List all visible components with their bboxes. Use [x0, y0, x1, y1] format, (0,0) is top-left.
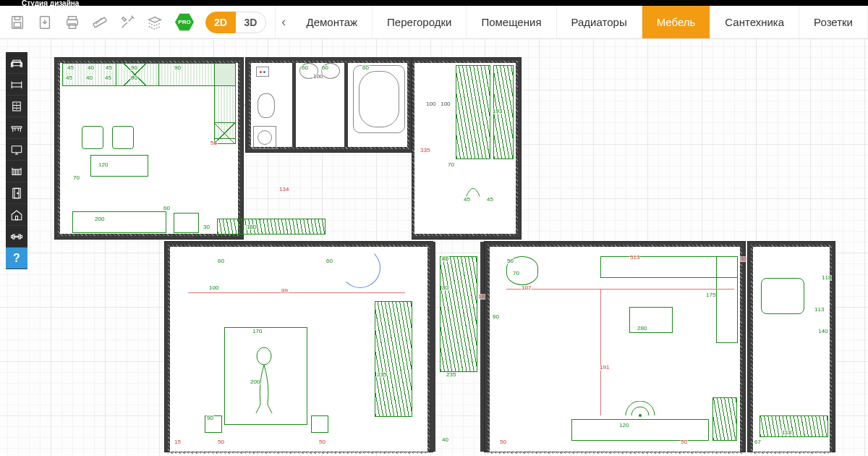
furn-chair[interactable]	[82, 126, 103, 149]
dim-label: 60	[217, 258, 225, 264]
dim-label: 80	[492, 314, 500, 320]
sidebar-dresser-icon[interactable]	[6, 96, 27, 117]
furn-wardrobe-bedroom[interactable]	[375, 301, 412, 417]
dim-label: 40	[441, 437, 449, 443]
sidebar-sofa-icon[interactable]	[6, 52, 27, 74]
tab-rooms[interactable]: Помещения	[467, 6, 556, 38]
furn-tv-stand[interactable]	[571, 419, 709, 441]
floorplan-canvas[interactable]: 45 40 45 90 90 45 40 45 90 60 60 100 60 …	[0, 39, 868, 456]
dim-label: 140	[817, 329, 828, 334]
dim-label: 335	[420, 148, 430, 153]
furn-shelf-balcony[interactable]	[760, 415, 828, 437]
app-title: Студия дизайна	[22, 0, 79, 6]
tab-walls[interactable]: Перегородки	[373, 6, 467, 38]
dim-label: 60	[163, 206, 171, 211]
dim-label: 30	[203, 224, 210, 230]
dim-label: 235	[376, 372, 387, 378]
view-toggle: 2D 3D	[205, 12, 266, 33]
category-sidebar: ?	[6, 52, 27, 269]
tab-radiators[interactable]: Радиаторы	[557, 6, 642, 38]
dim-label: 40	[85, 75, 93, 81]
dim-label: 100	[208, 285, 219, 291]
svg-rect-20	[16, 216, 18, 219]
dim-label: 15	[174, 439, 182, 445]
svg-rect-25	[20, 235, 22, 237]
svg-rect-7	[93, 17, 107, 28]
furn-chair[interactable]	[112, 126, 134, 149]
save-button[interactable]	[6, 11, 29, 34]
dim-label: 70	[72, 175, 80, 181]
svg-rect-15	[12, 145, 22, 152]
svg-rect-12	[12, 83, 22, 86]
sidebar-dumbbell-icon[interactable]	[6, 226, 27, 248]
sidebar-table-icon[interactable]	[6, 117, 27, 139]
tools-button[interactable]	[116, 11, 139, 34]
dim-label: 113	[814, 307, 825, 313]
furn-armchair[interactable]	[761, 278, 804, 314]
tab-sockets[interactable]: Розетки	[799, 6, 868, 38]
title-bar: Студия дизайна	[0, 0, 868, 6]
toolbar-actions: PRO 2D 3D	[0, 6, 276, 38]
tab-plumbing[interactable]: Сантехника	[710, 6, 799, 38]
dim-label: 100	[425, 101, 436, 107]
measure-button[interactable]	[88, 11, 111, 34]
sidebar-door-icon[interactable]	[6, 182, 27, 204]
furn-coffee-table[interactable]	[629, 307, 673, 333]
dim-label: 40	[87, 65, 95, 71]
furn-shelf-unit[interactable]	[712, 397, 737, 441]
furn-side-table[interactable]	[174, 213, 199, 233]
sidebar-tv-icon[interactable]	[6, 139, 27, 161]
dim-label: 58	[210, 140, 218, 146]
dim-label: 180	[246, 224, 257, 230]
dim-label: 70	[447, 162, 455, 168]
svg-point-26	[257, 347, 271, 365]
dim-label: 513	[629, 255, 640, 261]
print-button[interactable]	[61, 11, 84, 34]
dim-label: 60	[321, 65, 329, 71]
dim-label: 30	[739, 256, 747, 262]
dim-label: 280	[637, 326, 647, 332]
svg-rect-2	[14, 22, 20, 27]
dim-label: 50	[318, 439, 326, 445]
pro-badge[interactable]: PRO	[175, 13, 194, 32]
dim-label: 60	[301, 65, 309, 71]
sidebar-help-button[interactable]: ?	[6, 248, 27, 269]
sidebar-house-icon[interactable]	[6, 204, 27, 226]
view-2d-button[interactable]: 2D	[205, 12, 236, 33]
dim-label: 50	[680, 439, 688, 445]
furn-wardrobe[interactable]	[456, 65, 490, 159]
dim-label: 200	[250, 379, 260, 385]
furn-corner-sofa-l[interactable]	[716, 256, 738, 343]
furn-shelf-row[interactable]	[217, 219, 326, 235]
svg-point-19	[17, 193, 19, 194]
tab-furniture[interactable]: Мебель	[642, 6, 711, 38]
dim-label: 90	[130, 65, 138, 71]
sidebar-bed-icon[interactable]	[6, 74, 27, 96]
layers-button[interactable]	[143, 11, 166, 34]
tabs-prev-button[interactable]: ‹	[276, 6, 292, 38]
furn-sofa[interactable]	[72, 211, 166, 233]
fixture-toilet[interactable]	[258, 93, 275, 118]
furn-wardrobe-corridor[interactable]	[440, 256, 477, 372]
dim-label: 45	[67, 65, 75, 71]
svg-rect-17	[13, 188, 21, 198]
dim-label: 118	[821, 275, 832, 281]
dim-label: 134	[278, 187, 289, 193]
dim-label: 50	[506, 258, 514, 264]
sidebar-crib-icon[interactable]	[6, 161, 27, 182]
dim-label: 60	[362, 65, 370, 71]
fixture-bathtub-inner	[359, 71, 399, 127]
door-bedroom	[340, 248, 380, 288]
main-toolbar: PRO 2D 3D ‹ Демонтаж Перегородки Помещен…	[0, 6, 868, 39]
dim-label: 107	[521, 285, 532, 291]
furn-nightstand[interactable]	[311, 415, 328, 433]
canvas-viewport[interactable]: 45 40 45 90 90 45 40 45 90 60 60 100 60 …	[0, 39, 868, 456]
import-button[interactable]	[33, 11, 56, 34]
dim-label: 50	[217, 439, 225, 445]
dim-label: 235	[446, 372, 456, 378]
dim-label: 45	[104, 75, 112, 81]
tab-demolition[interactable]: Демонтаж	[292, 6, 373, 38]
dim-label: 70	[512, 271, 520, 276]
dim-label: 89	[281, 288, 289, 294]
view-3d-button[interactable]: 3D	[236, 12, 266, 33]
